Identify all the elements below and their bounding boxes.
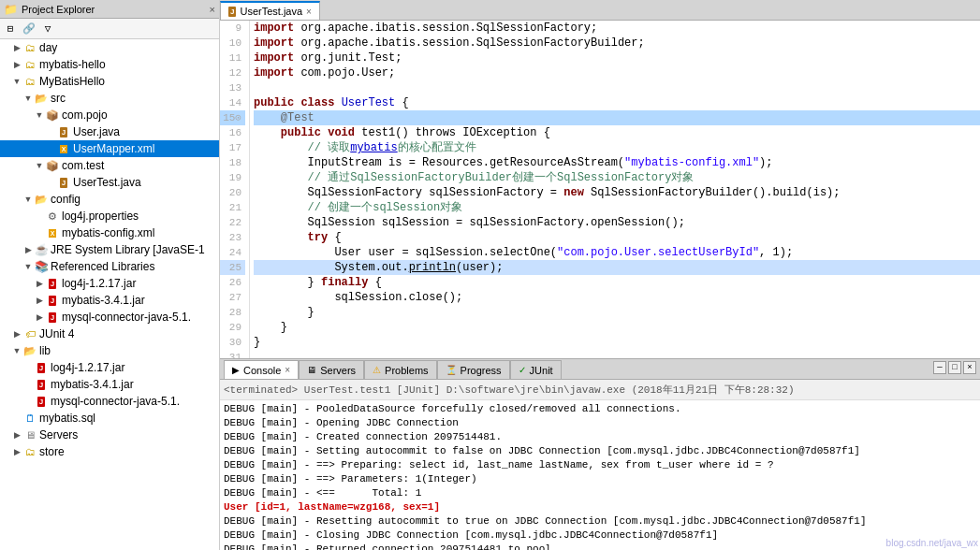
- jar-icon-lib-log4j: J: [34, 360, 49, 375]
- tree-label-com-test: com.test: [62, 159, 104, 172]
- console-close-button[interactable]: ×: [963, 361, 976, 374]
- tree-item-com-pojo[interactable]: ▼ 📦 com.pojo: [0, 107, 219, 123]
- tree-arrow-junit4: ▶: [11, 329, 22, 339]
- tree-label-log4j-props: log4j.properties: [62, 210, 139, 223]
- right-panel: J UserTest.java × 9 10 11 12 13 14 15⊙ 1…: [220, 0, 980, 550]
- tab-problems[interactable]: ⚠ Problems: [364, 360, 436, 379]
- code-line-25: System.out.println(user);: [254, 260, 980, 275]
- tree-item-lib[interactable]: ▼ 📂 lib: [0, 342, 219, 359]
- tree-label-lib-mybatis-jar: mybatis-3.4.1.jar: [51, 378, 134, 391]
- tree-label-mybatis-config-xml: mybatis-config.xml: [62, 226, 154, 239]
- junit-icon: 🏷: [22, 326, 37, 341]
- tree-item-mybatis-jar[interactable]: ▶ J mybatis-3.4.1.jar: [0, 292, 219, 309]
- junit-tab-icon: ✓: [519, 365, 526, 375]
- tab-close-console[interactable]: ×: [285, 365, 290, 375]
- console-header-bar: <terminated> UserTest.test1 [JUnit] D:\s…: [220, 380, 980, 400]
- tree-label-lib-mysql-jar: mysql-connector-java-5.1.: [51, 395, 180, 408]
- tab-label-progress: Progress: [461, 365, 502, 376]
- editor-body: 9 10 11 12 13 14 15⊙ 16 17 18 19 20 21 2…: [220, 21, 980, 358]
- sidebar-toolbar: ⊟ 🔗 ▽: [0, 19, 219, 39]
- tree-item-jre-system-library[interactable]: ▶ ☕ JRE System Library [JavaSE-1: [0, 241, 219, 258]
- code-line-13: [254, 80, 980, 95]
- console-body[interactable]: DEBUG [main] - PooledDataSource forceful…: [220, 400, 980, 550]
- console-log-1: DEBUG [main] - Opening JDBC Connection: [224, 416, 976, 430]
- jar-icon-lib-mysql: J: [34, 394, 49, 409]
- tree-item-mybatis-sql[interactable]: 🗒 mybatis.sql: [0, 410, 219, 427]
- tree-item-com-test[interactable]: ▼ 📦 com.test: [0, 157, 219, 174]
- tree-item-day[interactable]: ▶ 🗂 day: [0, 39, 219, 56]
- project-icon-store: 🗂: [22, 444, 37, 459]
- tree-label-usermapper-xml: UserMapper.xml: [73, 142, 154, 155]
- line-numbers: 9 10 11 12 13 14 15⊙ 16 17 18 19 20 21 2…: [220, 21, 250, 358]
- tree-item-log4j-jar[interactable]: ▶ J log4j-1.2.17.jar: [0, 275, 219, 292]
- tree-label-day: day: [39, 41, 57, 54]
- tree-item-lib-log4j-jar[interactable]: J log4j-1.2.17.jar: [0, 359, 219, 376]
- tree-item-user-java[interactable]: J User.java: [0, 123, 219, 140]
- tree-arrow-mysql-jar: ▶: [34, 312, 45, 322]
- tab-label-usertest: UserTest.java: [240, 6, 302, 17]
- tree-item-junit4[interactable]: ▶ 🏷 JUnit 4: [0, 326, 219, 342]
- console-minimize-button[interactable]: ─: [933, 361, 946, 374]
- console-log-6: DEBUG [main] - <== Total: 1: [224, 486, 976, 500]
- sidebar-close-icon[interactable]: ×: [210, 4, 215, 15]
- tab-junit[interactable]: ✓ JUnit: [510, 360, 562, 379]
- folder-icon-config: 📂: [34, 192, 49, 207]
- tree-item-lib-mysql-jar[interactable]: J mysql-connector-java-5.1.: [0, 393, 219, 410]
- code-line-24: User user = sqlSession.selectOne("com.po…: [254, 245, 980, 260]
- tree-item-log4j-props[interactable]: ⚙ log4j.properties: [0, 208, 219, 224]
- tree-item-mybatis-config-xml[interactable]: X mybatis-config.xml: [0, 224, 219, 241]
- tree-item-mybatishello[interactable]: ▼ 🗂 MyBatisHello: [0, 73, 219, 90]
- tree-item-usermapper-xml[interactable]: X UserMapper.xml: [0, 140, 219, 157]
- tab-label-junit: JUnit: [530, 365, 553, 376]
- tab-close-button[interactable]: ×: [306, 7, 312, 17]
- jre-icon: ☕: [34, 242, 49, 257]
- tab-usertest-java[interactable]: J UserTest.java ×: [220, 1, 320, 20]
- code-line-14: public class UserTest {: [254, 95, 980, 110]
- link-with-editor-button[interactable]: 🔗: [21, 21, 37, 37]
- console-log-2: DEBUG [main] - Created connection 209751…: [224, 430, 976, 444]
- tree-label-src: src: [51, 92, 66, 105]
- xml-icon-mybatis-config: X: [45, 225, 60, 240]
- jar-icon-mysql: J: [45, 310, 60, 325]
- code-line-21: // 创建一个sqlSession对象: [254, 200, 980, 215]
- tree-label-usertest-java: UserTest.java: [73, 176, 141, 189]
- code-line-26: } finally {: [254, 275, 980, 290]
- folder-icon-src: 📂: [34, 91, 49, 106]
- tree-label-mybatis-jar: mybatis-3.4.1.jar: [62, 294, 145, 307]
- code-line-22: SqlSession sqlSession = sqlSessionFactor…: [254, 215, 980, 230]
- code-line-19: // 通过SqlSessionFactoryBuilder创建一个SqlSess…: [254, 170, 980, 185]
- tree-item-src[interactable]: ▼ 📂 src: [0, 90, 219, 107]
- xml-icon-usermapper: X: [56, 141, 71, 156]
- tab-progress[interactable]: ⏳ Progress: [437, 360, 510, 379]
- code-editor[interactable]: import org.apache.ibatis.session.SqlSess…: [250, 21, 980, 358]
- code-line-20: SqlSessionFactory sqlSessionFactory = ne…: [254, 185, 980, 200]
- view-menu-button[interactable]: ▽: [39, 21, 56, 37]
- console-area: ▶ Console × 🖥 Servers ⚠ Problems ⏳ Progr…: [220, 358, 980, 550]
- tree-item-referenced-libraries[interactable]: ▼ 📚 Referenced Libraries: [0, 258, 219, 275]
- tree-label-referenced-libraries: Referenced Libraries: [51, 260, 154, 273]
- code-line-27: sqlSession.close();: [254, 290, 980, 305]
- tree-label-mysql-jar: mysql-connector-java-5.1.: [62, 311, 191, 324]
- tree-arrow-referenced-libraries: ▼: [22, 262, 34, 271]
- tree-label-mybatishello: MyBatisHello: [39, 75, 105, 88]
- tree-item-usertest-java[interactable]: J UserTest.java: [0, 174, 219, 191]
- collapse-all-button[interactable]: ⊟: [2, 21, 19, 37]
- tree-item-lib-mybatis-jar[interactable]: J mybatis-3.4.1.jar: [0, 376, 219, 393]
- code-line-29: }: [254, 320, 980, 335]
- tree-item-mybatis-hello[interactable]: ▶ 🗂 mybatis-hello: [0, 56, 219, 73]
- tree-arrow-com-test: ▼: [34, 161, 45, 170]
- console-maximize-button[interactable]: □: [948, 361, 961, 374]
- tree-item-servers[interactable]: ▶ 🖥 Servers: [0, 427, 219, 443]
- tree-item-config[interactable]: ▼ 📂 config: [0, 191, 219, 208]
- tree-arrow-mybatishello: ▼: [11, 77, 22, 86]
- tree-item-mysql-jar[interactable]: ▶ J mysql-connector-java-5.1.: [0, 309, 219, 326]
- tree-label-junit4: JUnit 4: [39, 327, 74, 340]
- tab-console[interactable]: ▶ Console ×: [224, 360, 299, 379]
- tree-item-store[interactable]: ▶ 🗂 store: [0, 443, 219, 460]
- tree-label-lib-log4j-jar: log4j-1.2.17.jar: [51, 361, 124, 374]
- java-icon-usertest: J: [56, 175, 71, 190]
- tree-label-config: config: [51, 193, 80, 206]
- sidebar-title: Project Explorer: [22, 4, 95, 15]
- editor-tabs: J UserTest.java ×: [220, 0, 980, 21]
- tab-servers[interactable]: 🖥 Servers: [299, 360, 364, 379]
